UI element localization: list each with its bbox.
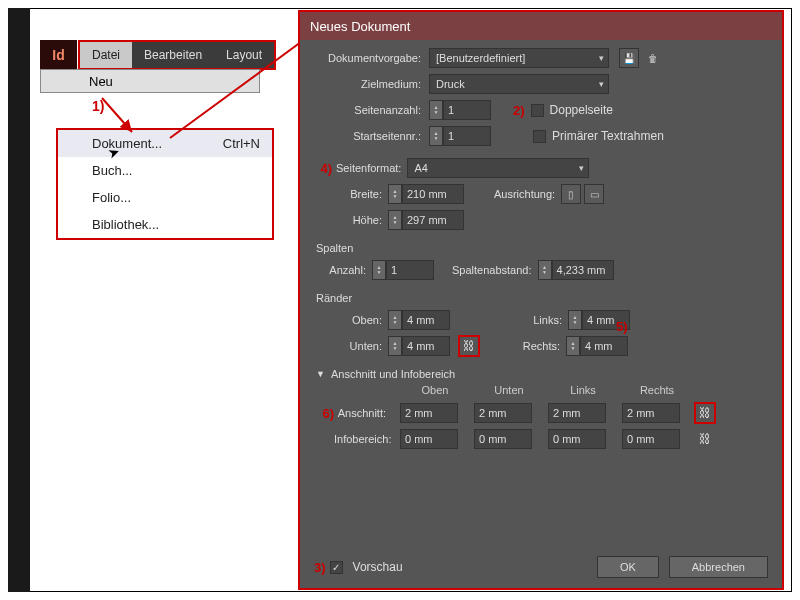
col-links: Links [546, 384, 620, 396]
col-unten: Unten [472, 384, 546, 396]
facing-checkbox[interactable] [531, 104, 544, 117]
bleed-col-headers: Oben Unten Links Rechts [314, 384, 768, 396]
start-label: Startseitennr.: [314, 130, 429, 142]
orientation-label: Ausrichtung: [494, 188, 555, 200]
pages-field[interactable]: ▲▼ 1 [429, 100, 491, 120]
margin-right-label: Rechts: [508, 340, 566, 352]
pages-label: Seitenanzahl: [314, 104, 429, 116]
col-rechts: Rechts [620, 384, 694, 396]
pagesize-label: Seitenformat: [336, 162, 401, 174]
spinner-icon[interactable]: ▲▼ [388, 210, 402, 230]
submenu-buch[interactable]: Buch... [58, 157, 272, 184]
submenu-neu: Dokument... Ctrl+N Buch... Folio... Bibl… [56, 128, 274, 240]
new-document-dialog: Neues Dokument Dokumentvorgabe: [Benutze… [300, 12, 782, 588]
preview-checkbox[interactable]: ✓ [330, 561, 343, 574]
submenu-label: Bibliothek... [92, 217, 159, 232]
width-field[interactable]: ▲▼210 mm [388, 184, 464, 204]
margin-left-label: Links: [510, 314, 568, 326]
submenu-folio[interactable]: Folio... [58, 184, 272, 211]
submenu-dokument[interactable]: Dokument... Ctrl+N [58, 130, 272, 157]
col-count-field[interactable]: ▲▼1 [372, 260, 434, 280]
ok-button[interactable]: OK [597, 556, 659, 578]
menu-datei[interactable]: Datei [80, 42, 132, 68]
slug-bottom-input[interactable]: 0 mm [474, 429, 532, 449]
dialog-title: Neues Dokument [300, 12, 782, 40]
gutter-label: Spaltenabstand: [452, 264, 532, 276]
margin-right-field[interactable]: ▲▼4 mm [566, 336, 628, 356]
facing-label: Doppelseite [550, 103, 613, 117]
bleed-bottom-input[interactable]: 2 mm [474, 403, 532, 423]
bleed-left-input[interactable]: 2 mm [548, 403, 606, 423]
delete-preset-icon[interactable]: 🗑 [643, 48, 663, 68]
spinner-icon[interactable]: ▲▼ [372, 260, 386, 280]
menu-bearbeiten[interactable]: Bearbeiten [132, 42, 214, 68]
orientation-portrait-icon[interactable]: ▯ [561, 184, 581, 204]
submenu-label: Dokument... [92, 136, 162, 151]
annotation-3: 3) [314, 560, 326, 575]
start-field[interactable]: ▲▼ 1 [429, 126, 491, 146]
gutter-field[interactable]: ▲▼4,233 mm [538, 260, 614, 280]
annotation-6: 6) [314, 406, 334, 421]
ruler-vertical [8, 8, 30, 592]
margins-link-toggle[interactable]: ⛓ [458, 335, 480, 357]
spinner-icon[interactable]: ▲▼ [568, 310, 582, 330]
submenu-shortcut: Ctrl+N [223, 136, 260, 151]
height-label: Höhe: [314, 214, 388, 226]
primary-label: Primärer Textrahmen [552, 129, 664, 143]
submenu-bibliothek[interactable]: Bibliothek... [58, 211, 272, 238]
annotation-1: 1) [92, 98, 104, 114]
slug-left-input[interactable]: 0 mm [548, 429, 606, 449]
margin-right-input[interactable]: 4 mm [580, 336, 628, 356]
pages-input[interactable]: 1 [443, 100, 491, 120]
col-count-input[interactable]: 1 [386, 260, 434, 280]
menubar: Datei Bearbeiten Layout [78, 40, 276, 70]
menu-layout[interactable]: Layout [214, 42, 274, 68]
margin-top-input[interactable]: 4 mm [402, 310, 450, 330]
slug-label: Infobereich: [334, 433, 392, 445]
margin-top-field[interactable]: ▲▼4 mm [388, 310, 450, 330]
start-input[interactable]: 1 [443, 126, 491, 146]
menu-item-neu[interactable]: Neu [40, 69, 260, 93]
columns-header: Spalten [314, 242, 768, 254]
slug-top-input[interactable]: 0 mm [400, 429, 458, 449]
preset-dropdown[interactable]: [Benutzerdefiniert] [429, 48, 609, 68]
spinner-icon[interactable]: ▲▼ [388, 336, 402, 356]
slug-link-toggle[interactable]: ⛓ [694, 428, 716, 450]
submenu-label: Buch... [92, 163, 132, 178]
save-preset-icon[interactable]: 💾 [619, 48, 639, 68]
bleed-header-label: Anschnitt und Infobereich [331, 368, 455, 380]
spinner-icon[interactable]: ▲▼ [429, 100, 443, 120]
width-input[interactable]: 210 mm [402, 184, 464, 204]
intent-dropdown[interactable]: Druck [429, 74, 609, 94]
spinner-icon[interactable]: ▲▼ [388, 184, 402, 204]
orientation-landscape-icon[interactable]: ▭ [584, 184, 604, 204]
col-oben: Oben [398, 384, 472, 396]
bleed-header[interactable]: ▼Anschnitt und Infobereich [314, 368, 768, 380]
spinner-icon[interactable]: ▲▼ [429, 126, 443, 146]
col-count-label: Anzahl: [314, 264, 372, 276]
gutter-input[interactable]: 4,233 mm [552, 260, 614, 280]
bleed-label: Anschnitt: [334, 407, 392, 419]
annotation-5: 5) [616, 319, 628, 334]
bleed-link-toggle[interactable]: ⛓ [694, 402, 716, 424]
margin-bottom-field[interactable]: ▲▼4 mm [388, 336, 450, 356]
margin-top-label: Oben: [314, 314, 388, 326]
cancel-button[interactable]: Abbrechen [669, 556, 768, 578]
height-field[interactable]: ▲▼297 mm [388, 210, 464, 230]
spinner-icon[interactable]: ▲▼ [566, 336, 580, 356]
spinner-icon[interactable]: ▲▼ [388, 310, 402, 330]
slug-right-input[interactable]: 0 mm [622, 429, 680, 449]
bleed-top-input[interactable]: 2 mm [400, 403, 458, 423]
intent-label: Zielmedium: [314, 78, 429, 90]
pagesize-dropdown[interactable]: A4 [407, 158, 589, 178]
app-badge: Id [40, 40, 77, 70]
primary-checkbox[interactable] [533, 130, 546, 143]
spinner-icon[interactable]: ▲▼ [538, 260, 552, 280]
height-input[interactable]: 297 mm [402, 210, 464, 230]
annotation-2: 2) [513, 103, 525, 118]
margin-bottom-input[interactable]: 4 mm [402, 336, 450, 356]
preview-label: Vorschau [353, 560, 403, 574]
width-label: Breite: [314, 188, 388, 200]
preset-label: Dokumentvorgabe: [314, 52, 429, 64]
bleed-right-input[interactable]: 2 mm [622, 403, 680, 423]
